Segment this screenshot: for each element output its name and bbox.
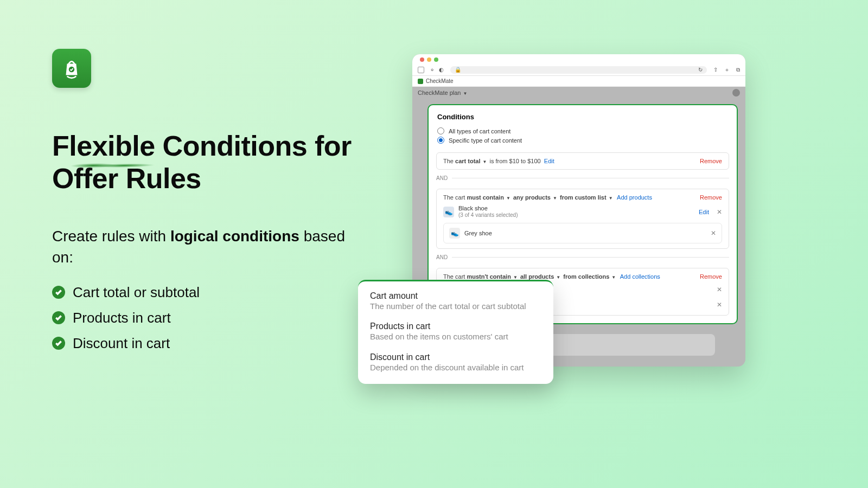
share-icon[interactable]: ⇧ — [713, 67, 718, 73]
bullet-item: Products in cart — [52, 310, 367, 326]
popover-desc: Depended on the discount available in ca… — [370, 362, 541, 373]
hero-title-highlight: Flexible — [52, 130, 155, 163]
all-products-dropdown[interactable]: all products ▼ — [520, 273, 561, 280]
any-products-dropdown[interactable]: any products ▼ — [513, 194, 558, 201]
hero-block: Flexible Conditions for Offer Rules Crea… — [52, 130, 367, 361]
refresh-icon[interactable]: ↻ — [698, 67, 703, 73]
product-thumb: 👟 — [449, 228, 460, 239]
hero-title: Flexible Conditions for Offer Rules — [52, 130, 367, 195]
cond-text: The cart — [443, 194, 467, 201]
product-name: Black shoe — [458, 205, 694, 212]
radio-all-cart[interactable]: All types of cart content — [429, 126, 737, 136]
popover-title: Products in cart — [370, 322, 541, 331]
sidebar-icon[interactable] — [418, 67, 424, 73]
popover-item-cart-amount[interactable]: Cart amount The number of the cart total… — [370, 291, 541, 312]
mustnt-contain-dropdown[interactable]: mustn't contain ▼ — [467, 273, 518, 280]
close-icon[interactable]: ✕ — [717, 208, 722, 216]
and-separator: AND — [436, 175, 729, 181]
app-name-label: CheckMate — [426, 78, 454, 84]
bullet-label: Discount in cart — [73, 335, 170, 352]
popover-desc: The number of the cart total or cart sub… — [370, 301, 541, 312]
edit-link[interactable]: Edit — [544, 158, 554, 164]
plan-bar: CheckMate plan ▼ — [412, 87, 745, 99]
popover-title: Cart amount — [370, 291, 541, 301]
radio-checked-icon — [437, 137, 444, 144]
radio-label: Specific type of cart content — [449, 137, 522, 144]
condition-must-contain: The cart must contain ▼ any products ▼ f… — [436, 189, 729, 249]
cond-text: The — [443, 158, 455, 164]
subhead-pre: Create rules with — [52, 228, 170, 245]
radio-unchecked-icon — [437, 127, 444, 134]
check-icon — [52, 337, 65, 350]
add-collections-link[interactable]: Add collections — [620, 273, 660, 280]
add-products-link[interactable]: Add products — [617, 194, 652, 201]
product-thumb: 👟 — [443, 207, 454, 217]
must-contain-dropdown[interactable]: must contain ▼ — [467, 194, 511, 201]
popover-item-discount[interactable]: Discount in cart Depended on the discoun… — [370, 352, 541, 373]
radio-label: All types of cart content — [449, 128, 510, 134]
app-header: CheckMate — [412, 76, 745, 87]
avatar-icon[interactable] — [732, 89, 740, 97]
product-row: 👟 Black shoe(3 of 4 variants selected) E… — [443, 205, 722, 219]
from-custom-list-dropdown[interactable]: from custom list ▼ — [560, 194, 614, 201]
bullet-item: Cart total or subtotal — [52, 284, 367, 301]
bullet-item: Discount in cart — [52, 335, 367, 352]
conditions-popover: Cart amount The number of the cart total… — [358, 280, 553, 384]
close-icon[interactable]: ✕ — [717, 301, 722, 309]
radio-specific-cart[interactable]: Specific type of cart content — [429, 136, 737, 145]
popover-item-products[interactable]: Products in cart Based on the items on c… — [370, 322, 541, 342]
close-window-dot[interactable] — [420, 57, 424, 62]
remove-link[interactable]: Remove — [700, 273, 722, 280]
browser-toolbar: ‹ › ◐ 🔒 ↻ ⇧ ＋ ⧉ — [412, 64, 745, 76]
product-row: 👟 Grey shoe ✕ — [449, 228, 716, 239]
plan-dropdown[interactable]: CheckMate plan ▼ — [418, 89, 468, 96]
hero-subhead: Create rules with logical conditions bas… — [52, 226, 367, 268]
popover-desc: Based on the items on customers' cart — [370, 331, 541, 342]
bullet-label: Products in cart — [73, 310, 171, 326]
remove-link[interactable]: Remove — [700, 158, 722, 164]
from-collections-dropdown[interactable]: from collections ▼ — [563, 273, 617, 280]
tabs-icon[interactable]: ⧉ — [736, 67, 740, 73]
product-edit-link[interactable]: Edit — [699, 209, 709, 215]
cond-range-text: is from $10 to $100 — [488, 158, 540, 164]
and-separator: AND — [436, 254, 729, 260]
window-controls — [412, 54, 745, 64]
panel-title: Conditions — [429, 113, 737, 126]
maximize-window-dot[interactable] — [434, 57, 438, 62]
app-logo — [52, 49, 91, 88]
product-name: Grey shoe — [464, 230, 706, 237]
new-tab-icon[interactable]: ＋ — [724, 66, 730, 74]
remove-link[interactable]: Remove — [700, 194, 722, 201]
app-mini-logo — [418, 79, 423, 84]
close-icon[interactable]: ✕ — [711, 229, 716, 237]
check-icon — [52, 311, 65, 324]
popover-title: Discount in cart — [370, 352, 541, 362]
product-variants: (3 of 4 variants selected) — [458, 212, 694, 219]
nav-back-forward[interactable]: ‹ › — [431, 67, 432, 73]
address-bar[interactable]: 🔒 ↻ — [450, 66, 707, 74]
lock-icon: 🔒 — [455, 67, 461, 73]
bag-check-icon — [60, 57, 83, 80]
minimize-window-dot[interactable] — [427, 57, 431, 62]
bullet-label: Cart total or subtotal — [73, 284, 200, 301]
cart-total-dropdown[interactable]: cart total ▼ — [455, 158, 488, 164]
cond-text: The cart — [443, 273, 467, 280]
subhead-bold: logical conditions — [170, 228, 299, 245]
hero-bullet-list: Cart total or subtotal Products in cart … — [52, 284, 367, 352]
shield-icon: ◐ — [439, 67, 444, 73]
check-icon — [52, 286, 65, 299]
condition-cart-total: The cart total ▼ is from $10 to $100 Edi… — [436, 152, 729, 170]
close-icon[interactable]: ✕ — [717, 286, 722, 293]
